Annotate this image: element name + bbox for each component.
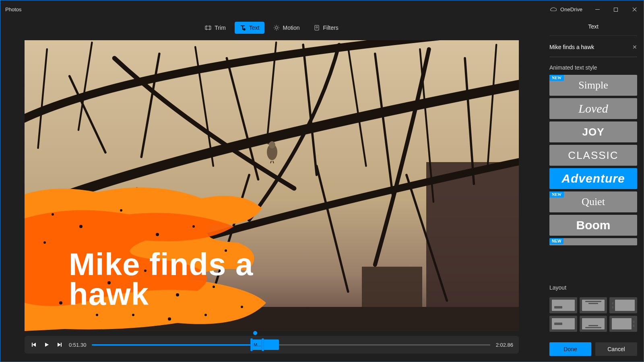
svg-point-19	[59, 301, 62, 304]
clear-text-button[interactable]: ✕	[632, 44, 637, 50]
svg-point-20	[96, 314, 98, 316]
trim-label: Trim	[215, 25, 225, 31]
svg-point-12	[156, 233, 159, 236]
style-boom[interactable]: Boom	[549, 215, 637, 236]
side-panel: Text ✕ Animated text style NEWSimpleLove…	[543, 19, 644, 362]
text-span-handle[interactable]: M...	[251, 339, 279, 350]
svg-rect-5	[315, 25, 319, 30]
side-panel-title: Text	[549, 19, 637, 36]
style-label: CLASSIC	[568, 149, 618, 162]
previous-frame-button[interactable]	[30, 341, 37, 348]
style-list[interactable]: NEWSimpleLovedJOYCLASSICAdventureNEWQuie…	[549, 75, 637, 277]
play-button[interactable]	[43, 341, 50, 348]
style-next-cutoff[interactable]: NEW	[549, 238, 637, 245]
new-badge: NEW	[549, 75, 564, 81]
minimize-icon	[595, 9, 600, 10]
trim-tab[interactable]: Trim	[200, 22, 230, 34]
playhead[interactable]	[253, 331, 257, 335]
close-button[interactable]	[625, 3, 644, 16]
layout-top-center[interactable]	[580, 297, 607, 313]
svg-point-23	[204, 314, 207, 316]
svg-point-4	[275, 27, 278, 29]
motion-icon	[273, 25, 280, 31]
svg-rect-28	[61, 343, 62, 347]
svg-point-11	[120, 209, 122, 212]
style-quiet[interactable]: NEWQuiet	[549, 191, 637, 212]
style-joy[interactable]: JOY	[549, 121, 637, 142]
overlay-text-input[interactable]	[549, 44, 622, 50]
svg-point-3	[243, 29, 245, 31]
svg-point-10	[79, 225, 83, 228]
svg-point-8	[269, 141, 275, 148]
text-icon	[239, 25, 246, 31]
layout-side-right[interactable]	[609, 316, 637, 332]
onedrive-label: OneDrive	[560, 6, 582, 12]
new-badge: NEW	[549, 238, 564, 244]
svg-point-13	[192, 225, 195, 228]
filters-label: Filters	[323, 25, 339, 31]
filters-icon	[314, 25, 320, 31]
cancel-button[interactable]: Cancel	[595, 342, 637, 356]
svg-point-22	[168, 317, 171, 321]
layout-bottom-center[interactable]	[580, 316, 607, 332]
text-tab[interactable]: Text	[235, 22, 264, 34]
style-section-label: Animated text style	[549, 64, 637, 71]
motion-tab[interactable]: Motion	[268, 22, 305, 34]
span-label: M...	[252, 342, 262, 347]
style-simple[interactable]: NEWSimple	[549, 75, 637, 96]
cloud-icon	[550, 7, 557, 12]
style-label: Simple	[578, 79, 608, 91]
new-badge: NEW	[549, 191, 564, 197]
svg-point-9	[52, 213, 54, 216]
span-left-handle[interactable]	[250, 338, 253, 351]
layout-grid	[549, 297, 637, 332]
app-title: Photos	[5, 6, 21, 12]
motion-label: Motion	[283, 25, 300, 31]
span-right-handle[interactable]	[262, 338, 264, 351]
svg-point-25	[43, 241, 46, 244]
style-label: Quiet	[582, 196, 605, 208]
style-label: Boom	[576, 218, 611, 232]
layout-center-left[interactable]	[549, 316, 577, 332]
style-loved[interactable]: Loved	[549, 98, 637, 119]
editor-toolbar: Trim Text Motion Filters	[0, 19, 543, 37]
timeline-track[interactable]: M...	[92, 336, 490, 354]
next-frame-button[interactable]	[56, 341, 63, 348]
current-time: 0:51.30	[69, 342, 86, 348]
filters-tab[interactable]: Filters	[309, 22, 343, 34]
svg-point-21	[132, 314, 134, 316]
minimize-button[interactable]	[588, 3, 607, 16]
hawk-in-image	[262, 139, 283, 163]
svg-point-6	[316, 27, 318, 28]
close-icon	[632, 7, 637, 12]
done-button[interactable]: Done	[549, 342, 591, 356]
text-label: Text	[249, 25, 260, 31]
playback-bar: 0:51.30 M... 2:02.86	[25, 336, 519, 354]
style-label: Loved	[578, 102, 608, 115]
layout-bottom-left[interactable]	[549, 297, 577, 313]
svg-rect-0	[205, 26, 211, 29]
titlebar: Photos OneDrive	[0, 0, 644, 19]
trim-icon	[205, 25, 211, 31]
svg-rect-27	[32, 343, 33, 347]
maximize-button[interactable]	[607, 3, 625, 16]
layout-section-label: Layout	[549, 284, 637, 291]
style-label: JOY	[582, 126, 604, 138]
overlay-text: Mike finds a hawk	[69, 249, 253, 309]
total-time: 2:02.86	[496, 342, 513, 348]
layout-side-left[interactable]	[609, 297, 637, 313]
style-adventure[interactable]: Adventure	[549, 168, 637, 189]
text-input-row: ✕	[549, 41, 637, 57]
maximize-icon	[614, 8, 618, 12]
style-label: Adventure	[561, 172, 625, 185]
onedrive-button[interactable]: OneDrive	[544, 0, 588, 19]
video-preview[interactable]: Mike finds a hawk	[25, 40, 519, 331]
style-classic[interactable]: CLASSIC	[549, 145, 637, 166]
